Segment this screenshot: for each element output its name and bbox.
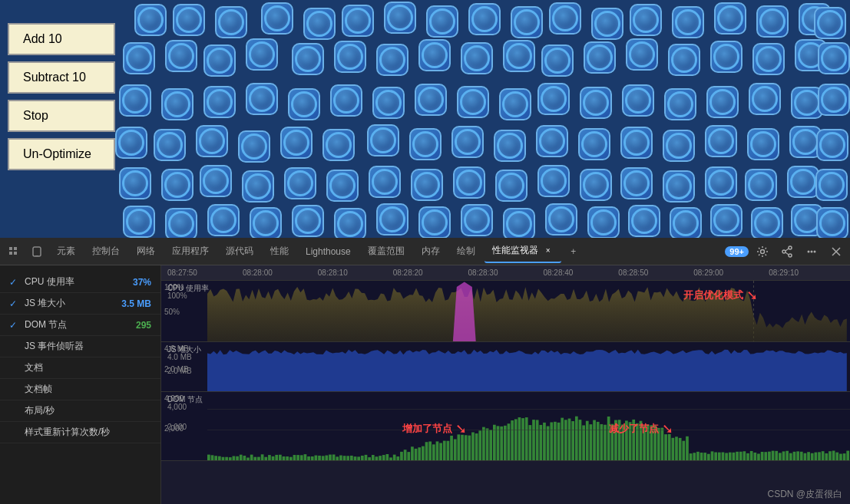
tab-performance-monitor[interactable]: 性能监视器×: [485, 240, 561, 263]
metric-item[interactable]: ✓JS 堆大小3.5 MB: [0, 293, 160, 315]
more-icon[interactable]: [801, 241, 822, 262]
device-icon[interactable]: [26, 241, 48, 262]
top-section: Add 10Subtract 10StopUn-Optimize: [0, 0, 850, 238]
svg-point-12: [808, 250, 810, 252]
floating-icon: [818, 84, 850, 116]
floating-icon: [620, 167, 653, 199]
floating-icon: [246, 38, 278, 71]
dom-chart: 4,000 2,000: [161, 392, 850, 460]
js-heap-chart-panel: JS 堆大小 4.0 MB 2.0 MB 4.0 MB 2.0 MB: [161, 342, 850, 392]
svg-rect-176: [746, 453, 749, 460]
svg-rect-89: [436, 441, 439, 460]
dom-chart-sublabel2: 2,000: [167, 423, 187, 431]
tab-console[interactable]: 控制台: [84, 240, 127, 263]
floating-icon: [710, 204, 743, 236]
close-icon[interactable]: [825, 241, 847, 262]
tab-network[interactable]: 网络: [129, 240, 163, 263]
svg-rect-159: [686, 436, 689, 460]
time-label: 08:28:50: [618, 268, 693, 277]
floating-icon: [207, 204, 240, 236]
metric-label: DOM 节点: [25, 318, 67, 331]
svg-rect-63: [343, 456, 346, 460]
svg-rect-172: [733, 453, 736, 460]
svg-rect-52: [304, 454, 307, 460]
floating-icon: [620, 127, 653, 159]
svg-rect-84: [418, 447, 421, 460]
svg-rect-88: [432, 444, 435, 460]
add-10-button[interactable]: Add 10: [8, 23, 115, 55]
svg-rect-127: [571, 421, 574, 460]
tab-performance-monitor-close[interactable]: ×: [543, 245, 554, 256]
svg-rect-102: [482, 427, 485, 460]
metric-item[interactable]: JS 事件侦听器: [0, 336, 160, 357]
svg-rect-92: [447, 441, 450, 460]
svg-rect-98: [468, 436, 471, 460]
time-label: 08:28:00: [243, 268, 318, 277]
svg-rect-45: [279, 455, 282, 460]
inspect-icon[interactable]: [3, 241, 25, 262]
floating-icon: [816, 207, 848, 238]
floating-icon: [495, 170, 528, 202]
optimize-arrow: ➘: [746, 287, 758, 304]
svg-rect-171: [729, 453, 732, 460]
svg-rect-58: [325, 456, 328, 460]
stop-button[interactable]: Stop: [8, 100, 115, 132]
svg-rect-34: [240, 455, 243, 460]
metric-item[interactable]: 样式重新计算次数/秒: [0, 422, 160, 443]
svg-rect-29: [222, 457, 225, 460]
floating-icon: [123, 206, 155, 238]
buttons-panel: Add 10Subtract 10StopUn-Optimize: [8, 23, 115, 170]
tab-rendering[interactable]: 绘制: [449, 240, 483, 263]
floating-icon: [710, 41, 743, 73]
svg-rect-114: [525, 417, 528, 460]
svg-rect-28: [218, 456, 221, 460]
floating-icon: [578, 128, 610, 160]
svg-rect-203: [843, 453, 846, 460]
metrics-list: ✓CPU 使用率37%✓JS 堆大小3.5 MB✓DOM 节点295JS 事件侦…: [0, 272, 160, 443]
svg-rect-40: [261, 454, 264, 460]
svg-rect-67: [357, 456, 360, 460]
svg-rect-96: [461, 435, 464, 460]
time-label: 08:28:30: [468, 268, 544, 277]
svg-rect-185: [779, 453, 782, 460]
share-icon[interactable]: [776, 241, 798, 262]
floating-icon: [242, 170, 274, 203]
svg-rect-204: [846, 451, 849, 460]
cpu-chart-sublabel: 100%: [167, 292, 187, 300]
svg-rect-117: [536, 420, 539, 460]
optimize-annotation-text: 开启优化模式: [683, 288, 743, 302]
svg-rect-118: [539, 425, 542, 460]
floating-icon: [453, 166, 485, 199]
time-label: 08:29:00: [693, 268, 769, 277]
svg-rect-190: [796, 451, 799, 460]
tab-lighthouse[interactable]: Lighthouse: [298, 240, 359, 263]
svg-rect-100: [475, 433, 478, 460]
tab-performance[interactable]: 性能: [263, 240, 296, 263]
tab-coverage[interactable]: 覆盖范围: [360, 240, 412, 263]
svg-rect-178: [753, 453, 756, 460]
metric-item[interactable]: ✓CPU 使用率37%: [0, 272, 160, 293]
metric-item[interactable]: 文档: [0, 357, 160, 379]
tab-elements[interactable]: 元素: [49, 240, 83, 263]
metric-item[interactable]: ✓DOM 节点295: [0, 315, 160, 336]
remove-nodes-arrow: ➘: [662, 420, 673, 437]
floating-icon: [203, 86, 236, 118]
add-tab-button[interactable]: +: [563, 241, 584, 262]
floating-icon: [541, 44, 574, 77]
tab-sources[interactable]: 源代码: [218, 240, 261, 263]
add-nodes-text: 增加了节点: [402, 422, 452, 436]
settings-icon[interactable]: [752, 241, 773, 262]
tab-application[interactable]: 应用程序: [164, 240, 217, 263]
svg-rect-109: [508, 423, 511, 460]
metric-item[interactable]: 布局/秒: [0, 400, 160, 422]
optimize-annotation: 开启优化模式 ➘: [683, 287, 758, 304]
un-optimize-button[interactable]: Un-Optimize: [8, 138, 115, 170]
svg-rect-50: [296, 455, 299, 460]
subtract-10-button[interactable]: Subtract 10: [8, 61, 115, 94]
metric-item[interactable]: 文档帧: [0, 379, 160, 400]
metric-label: JS 堆大小: [25, 297, 65, 310]
svg-rect-131: [586, 421, 589, 460]
svg-rect-125: [564, 420, 567, 460]
floating-icon: [418, 206, 451, 238]
tab-memory[interactable]: 内存: [414, 240, 448, 263]
